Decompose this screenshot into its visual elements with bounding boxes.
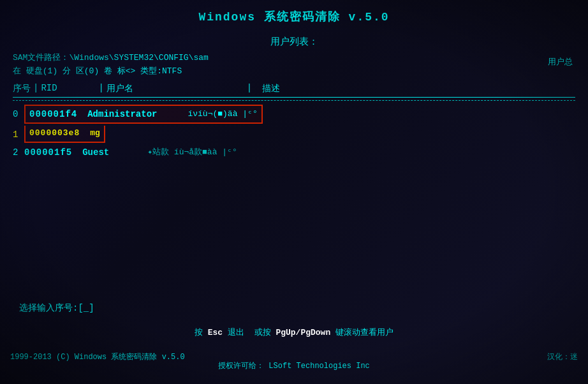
main-screen: Windows 系统密码清除 v.5.0 用户列表： SAM文件路径：\Wind… [0,0,588,384]
col-rid-header: RID [41,83,98,94]
table-row[interactable]: 2 000001f5 Guest ✦站款 íù¬å款■àà |ᶜ° [13,145,575,159]
col-desc-header: 描述 [262,83,575,94]
input-prompt[interactable]: 选择输入序号:[_] [19,302,94,314]
row-num: 1 [13,128,24,142]
col-num-header: 序号 [13,83,33,94]
table-row[interactable]: 0 000001f4 Administrator íνíù¬(■)äà |ᶜ° [13,105,575,124]
table-header: 序号 | RID | 用户名 | 描述 [13,83,575,98]
table-row[interactable]: 1 0000003e8 mg [13,126,575,143]
row-rid: 000001f5 [24,145,72,159]
row-rid: 000001f4 [29,107,77,121]
selected-row-box: 000001f4 Administrator íνíù¬(■)äà |ᶜ° [24,105,263,124]
row-num: 2 [13,145,24,159]
row-description: íνíù¬(■)äà |ᶜ° [187,108,257,121]
row-username: Administrator [87,107,157,121]
row-description: ✦站款 íù¬å款■àà |ᶜ° [147,146,237,159]
footer-license: 授权许可给： LSoft Technologies Inc [0,360,588,371]
row-username: mg [90,127,100,140]
pgupdown-key: PgUp/PgDown [276,328,330,337]
table-divider [13,100,575,101]
row-num: 0 [13,107,24,121]
row-username: Guest [82,145,109,159]
user-count-label: 用户总 [548,56,573,68]
col-username-header: 用户名 [107,83,247,94]
row-rid: 0000003e8 [29,127,80,140]
sam-path: SAM文件路径：\Windows\SYSTEM32\CONFIG\sam [13,52,575,63]
footer-translator: 汉化：迷 [547,351,578,362]
user-table: 0 000001f4 Administrator íνíù¬(■)äà |ᶜ° … [13,105,575,160]
title-bar: Windows 系统密码清除 v.5.0 [13,9,575,24]
partition-info: 在 硬盘(1) 分 区(0) 卷 标<> 类型:NTFS [13,65,575,77]
esc-hint: 按 Esc 退出 或按 PgUp/PgDown 键滚动查看用户 [0,327,588,338]
esc-key: Esc [208,328,223,337]
user-list-label: 用户列表： [13,36,575,48]
